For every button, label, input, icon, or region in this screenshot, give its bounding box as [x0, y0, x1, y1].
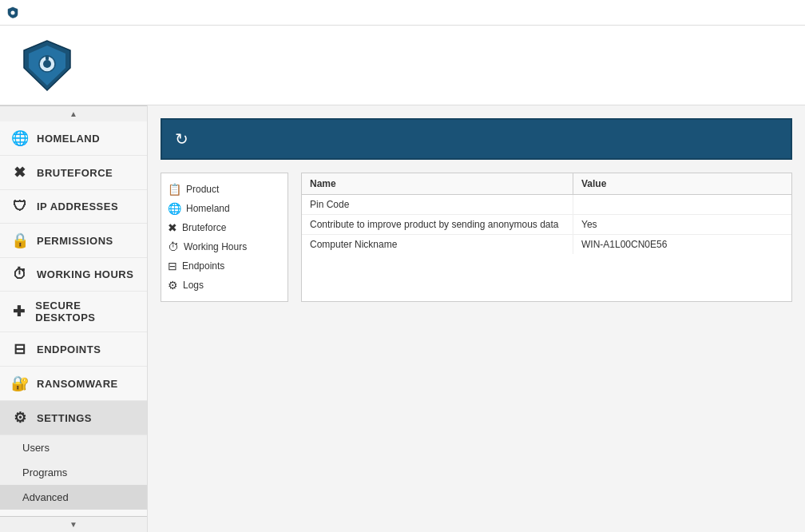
col-name-header: Name — [302, 173, 573, 194]
maximize-button[interactable] — [725, 0, 762, 26]
sidebar-item-label-ransomware: RANSOMWARE — [37, 378, 118, 390]
sidebar-item-ip_addresses[interactable]: 🛡IP ADDRESSES — [0, 190, 147, 224]
sidebar-item-permissions[interactable]: 🔒PERMISSIONS — [0, 224, 147, 258]
sidebar-item-bruteforce[interactable]: ✖BRUTEFORCE — [0, 156, 147, 190]
sidebar-sub-item-programs[interactable]: Programs — [0, 460, 147, 485]
tree-label-bruteforce: Bruteforce — [182, 222, 226, 233]
table-cell-value: WIN-A1L00CN0E56 — [573, 235, 791, 254]
sidebar-item-settings[interactable]: ⚙SETTINGS — [0, 401, 147, 435]
sidebar-item-label-settings: SETTINGS — [37, 412, 92, 424]
settings-icon: ⚙ — [11, 409, 29, 427]
scroll-down-button[interactable]: ▼ — [0, 516, 147, 532]
close-button[interactable] — [762, 0, 799, 26]
tree-item-endpoints[interactable]: ⊟Endpoints — [161, 256, 288, 276]
sidebar-item-label-ip_addresses: IP ADDRESSES — [37, 200, 118, 212]
sidebar-item-working_hours[interactable]: ⏱WORKING HOURS — [0, 258, 147, 292]
table-header: Name Value — [302, 173, 791, 195]
content-area: ↻ 📋Product🌐Homeland✖Bruteforce⏱Working H… — [148, 105, 805, 532]
working_hours-icon: ⏱ — [11, 266, 29, 283]
table-cell-value: Yes — [573, 215, 791, 234]
data-table: Name Value Pin CodeContribute to improve… — [301, 173, 792, 302]
tree-label-logs: Logs — [183, 280, 204, 291]
backup-restore-icon: ↻ — [175, 129, 188, 149]
bruteforce-icon: ✖ — [11, 164, 29, 181]
tree-icon-product: 📋 — [168, 183, 181, 196]
sidebar-item-label-bruteforce: BRUTEFORCE — [37, 167, 113, 179]
ransomware-icon: 🔐 — [11, 375, 29, 392]
tree-icon-endpoints: ⊟ — [168, 260, 177, 272]
sidebar-scroll: 🌐HOMELAND✖BRUTEFORCE🛡IP ADDRESSES🔒PERMIS… — [0, 121, 147, 516]
tree-label-homeland: Homeland — [186, 203, 230, 214]
table-row: Contribute to improve product by sending… — [302, 215, 791, 235]
table-rows-container: Pin CodeContribute to improve product by… — [302, 195, 791, 254]
titlebar — [0, 0, 805, 26]
secure_desktops-icon: ✚ — [11, 303, 27, 320]
tree-label-working_hours: Working Hours — [184, 241, 247, 252]
tree-item-bruteforce[interactable]: ✖Bruteforce — [161, 218, 288, 237]
tree-icon-logs: ⚙ — [168, 279, 178, 292]
homeland-icon: 🌐 — [11, 129, 29, 147]
tree-label-endpoints: Endpoints — [182, 260, 224, 272]
nav-items-container: 🌐HOMELAND✖BRUTEFORCE🛡IP ADDRESSES🔒PERMIS… — [0, 121, 147, 510]
permissions-icon: 🔒 — [11, 232, 29, 249]
content-panel: 📋Product🌐Homeland✖Bruteforce⏱Working Hou… — [161, 173, 792, 302]
scroll-up-button[interactable]: ▲ — [0, 105, 147, 121]
table-row: Computer NicknameWIN-A1L00CN0E56 — [302, 235, 791, 254]
table-cell-value — [573, 195, 791, 214]
table-cell-name: Contribute to improve product by sending… — [302, 215, 573, 234]
tree-item-working_hours[interactable]: ⏱Working Hours — [161, 237, 288, 256]
sidebar-item-homeland[interactable]: 🌐HOMELAND — [0, 121, 147, 156]
sidebar-item-label-working_hours: WORKING HOURS — [37, 268, 133, 280]
sidebar-item-secure_desktops[interactable]: ✚SECURE DESKTOPS — [0, 292, 147, 332]
table-cell-name: Pin Code — [302, 195, 573, 214]
sidebar-item-label-permissions: PERMISSIONS — [37, 235, 113, 247]
main-layout: ▲ 🌐HOMELAND✖BRUTEFORCE🛡IP ADDRESSES🔒PERM… — [0, 105, 805, 532]
sidebar-item-label-endpoints: ENDPOINTS — [37, 343, 101, 355]
svg-point-0 — [11, 10, 15, 14]
app-header — [0, 26, 805, 105]
app-icon — [6, 6, 19, 19]
endpoints-icon: ⊟ — [11, 340, 29, 358]
sidebar-item-license[interactable]: 🔑LICENSE — [0, 510, 147, 516]
tree-icon-working_hours: ⏱ — [168, 240, 179, 253]
sidebar: ▲ 🌐HOMELAND✖BRUTEFORCE🛡IP ADDRESSES🔒PERM… — [0, 105, 148, 532]
minimize-button[interactable] — [688, 0, 725, 26]
svg-point-4 — [43, 60, 51, 68]
tree-item-logs[interactable]: ⚙Logs — [161, 276, 288, 295]
sidebar-item-ransomware[interactable]: 🔐RANSOMWARE — [0, 367, 147, 401]
tree-icon-homeland: 🌐 — [168, 202, 181, 215]
tree-label-product: Product — [186, 184, 219, 195]
tree-items-container: 📋Product🌐Homeland✖Bruteforce⏱Working Hou… — [161, 180, 288, 295]
ip_addresses-icon: 🛡 — [11, 198, 29, 215]
section-header: ↻ — [161, 118, 792, 160]
svg-rect-5 — [46, 55, 49, 60]
sidebar-item-label-secure_desktops: SECURE DESKTOPS — [35, 300, 136, 324]
sidebar-item-endpoints[interactable]: ⊟ENDPOINTS — [0, 332, 147, 367]
settings-sub-items: UsersProgramsAdvanced — [0, 435, 147, 510]
tree-icon-bruteforce: ✖ — [168, 221, 177, 234]
window-controls — [688, 0, 799, 26]
tree-item-homeland[interactable]: 🌐Homeland — [161, 199, 288, 218]
app-logo — [19, 38, 75, 93]
col-value-header: Value — [573, 173, 791, 194]
tree-navigation: 📋Product🌐Homeland✖Bruteforce⏱Working Hou… — [161, 173, 288, 302]
sidebar-sub-item-advanced[interactable]: Advanced — [0, 485, 147, 510]
table-cell-name: Computer Nickname — [302, 235, 573, 254]
table-row: Pin Code — [302, 195, 791, 215]
sidebar-item-label-homeland: HOMELAND — [37, 133, 100, 145]
sidebar-sub-item-users[interactable]: Users — [0, 435, 147, 460]
tree-item-product[interactable]: 📋Product — [161, 180, 288, 199]
